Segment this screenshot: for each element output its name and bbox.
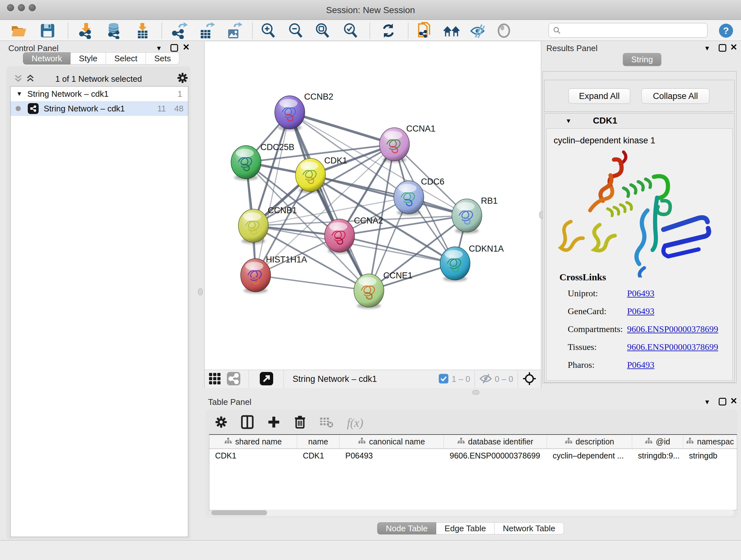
- network-edge-CCNB2-HIST1H1A[interactable]: [256, 112, 290, 275]
- network-options-gear-icon[interactable]: [177, 72, 188, 85]
- collapse-all-button[interactable]: Collapse All: [642, 88, 710, 104]
- table-settings-gear-icon[interactable]: [215, 416, 227, 430]
- crosslink-uniprot-link[interactable]: P06493: [627, 288, 655, 299]
- table-panel-float-icon[interactable]: [719, 398, 726, 406]
- save-session-button[interactable]: [39, 22, 56, 39]
- network-node-label: CCNB2: [304, 92, 333, 102]
- network-edge-CCNB2-CCNA1[interactable]: [290, 112, 394, 144]
- import-network-database-button[interactable]: [105, 22, 123, 39]
- crosslink-tissues-link[interactable]: 9606.ENSP00000378699: [627, 342, 718, 352]
- show-all-button[interactable]: [495, 22, 513, 39]
- title-bar: Session: New Session: [0, 0, 741, 20]
- tab-node-table[interactable]: Node Table: [377, 522, 436, 535]
- fit-selected-crosshair-icon[interactable]: [522, 372, 536, 387]
- control-panel-menu-icon[interactable]: ▼: [156, 45, 162, 52]
- help-button[interactable]: ?: [718, 22, 735, 39]
- crosslink-label: GeneCard:: [568, 306, 627, 316]
- network-node-label: CDKN1A: [469, 244, 504, 253]
- column-header-canonical-name[interactable]: canonical name: [340, 435, 444, 449]
- new-network-from-file-button[interactable]: [415, 22, 433, 39]
- network-node-CDC6[interactable]: CDC6: [394, 177, 445, 215]
- table-type-tabs: Node Table Edge Table Network Table: [377, 522, 564, 535]
- node-table[interactable]: shared name name canonical name database…: [209, 434, 737, 510]
- refresh-button[interactable]: [380, 22, 397, 39]
- network-tree-child-row[interactable]: String Network – cdk1 11 48: [10, 101, 188, 116]
- network-tree-root-row[interactable]: ▼ String Network – cdk1 1: [10, 86, 188, 101]
- birdseye-grid-icon[interactable]: [208, 372, 221, 386]
- zoom-in-button[interactable]: [260, 22, 277, 39]
- network-canvas[interactable]: CCNB2CCNA1CDC25BCDK1CDC6RB1CCNB1CCNA2CDK…: [204, 42, 541, 370]
- zoom-fit-button[interactable]: [314, 22, 331, 39]
- network-node-HIST1H1A[interactable]: HIST1H1A: [241, 255, 307, 294]
- column-header-shared-name[interactable]: shared name: [209, 435, 297, 449]
- column-header-database-identifier[interactable]: database identifier: [444, 435, 547, 449]
- tab-network-table[interactable]: Network Table: [495, 522, 564, 535]
- column-header-namespace[interactable]: namespac: [683, 435, 737, 449]
- results-panel-menu-icon[interactable]: ▼: [704, 45, 711, 52]
- delete-table-icon[interactable]: [320, 416, 333, 429]
- table-horizontal-scrollbar[interactable]: [211, 509, 734, 516]
- control-panel-close-icon[interactable]: ✕: [183, 42, 190, 52]
- export-table-button[interactable]: [198, 22, 215, 39]
- table-panel-menu-icon[interactable]: ▼: [704, 398, 711, 406]
- network-type-icon: [28, 103, 39, 114]
- crosslink-compartments-link[interactable]: 9606.ENSP00000378699: [627, 324, 718, 334]
- protein-collapse-icon[interactable]: ▼: [565, 118, 571, 125]
- search-input[interactable]: [561, 26, 701, 35]
- hidden-eye-slash-icon[interactable]: [479, 374, 492, 385]
- detach-view-icon[interactable]: [260, 372, 273, 387]
- search-field[interactable]: [549, 23, 708, 38]
- results-panel-float-icon[interactable]: [719, 44, 726, 52]
- expand-all-button[interactable]: Expand All: [568, 88, 630, 104]
- crosslink-pharos-link[interactable]: P06493: [627, 360, 655, 370]
- table-row[interactable]: CDK1 CDK1 P06493 9606.ENSP00000378699 cy…: [209, 449, 737, 462]
- network-node-CDK1[interactable]: CDK1: [295, 156, 347, 193]
- shared-column-icon: [686, 437, 694, 446]
- import-network-file-button[interactable]: [77, 22, 94, 39]
- zoom-out-button[interactable]: [287, 22, 305, 39]
- horizontal-splitter-handle[interactable]: [472, 390, 479, 395]
- main-toolbar: ?: [0, 20, 741, 41]
- results-panel-close-icon[interactable]: ✕: [730, 42, 738, 52]
- network-edge-CCNA2-CDKN1A[interactable]: [340, 236, 455, 263]
- function-builder-icon[interactable]: f(x): [347, 416, 363, 430]
- network-node-CDKN1A[interactable]: CDKN1A: [440, 244, 504, 282]
- column-header-description[interactable]: description: [547, 435, 632, 449]
- table-panel-close-icon[interactable]: ✕: [730, 396, 738, 406]
- export-network-button[interactable]: [171, 22, 188, 39]
- delete-column-trash-icon[interactable]: [294, 415, 306, 430]
- left-splitter-handle[interactable]: [198, 288, 203, 295]
- network-node-CCNB2[interactable]: CCNB2: [275, 92, 333, 131]
- network-node-CCNB1[interactable]: CCNB1: [239, 206, 297, 244]
- tab-edge-table[interactable]: Edge Table: [436, 522, 495, 535]
- network-node-RB1[interactable]: RB1: [452, 196, 498, 234]
- results-tab-string[interactable]: String: [623, 53, 661, 66]
- shared-column-icon: [565, 437, 572, 446]
- show-columns-icon[interactable]: [241, 415, 254, 430]
- node-table-header: shared name name canonical name database…: [209, 435, 737, 449]
- network-graph[interactable]: CCNB2CCNA1CDC25BCDK1CDC6RB1CCNB1CCNA2CDK…: [205, 42, 542, 370]
- tab-style[interactable]: Style: [71, 52, 106, 64]
- network-node-CCNE1[interactable]: CCNE1: [354, 271, 413, 309]
- zoom-selected-button[interactable]: [342, 22, 359, 39]
- home-button[interactable]: [443, 22, 460, 39]
- open-session-button[interactable]: [10, 22, 27, 39]
- column-header-id[interactable]: @id: [632, 435, 683, 449]
- create-column-plus-icon[interactable]: [267, 415, 280, 430]
- scrollbar-thumb[interactable]: [211, 510, 267, 515]
- crosslink-genecard-link[interactable]: P06493: [627, 306, 655, 316]
- import-table-button[interactable]: [134, 22, 151, 39]
- column-header-name[interactable]: name: [297, 435, 340, 449]
- crosslink-label: Tissues:: [568, 342, 627, 352]
- export-image-button[interactable]: [225, 22, 243, 39]
- network-edge-HIST1H1A-CCNE1[interactable]: [256, 275, 369, 291]
- tree-expand-icon[interactable]: ▼: [16, 90, 22, 98]
- hide-selected-button[interactable]: [470, 22, 487, 39]
- tab-sets[interactable]: Sets: [146, 52, 179, 64]
- tab-network[interactable]: Network: [23, 52, 71, 64]
- network-share-icon[interactable]: [227, 372, 240, 387]
- tab-select[interactable]: Select: [106, 52, 146, 64]
- selected-checkbox-icon[interactable]: [439, 374, 448, 385]
- search-icon: [553, 26, 561, 35]
- control-panel-float-icon[interactable]: [171, 44, 178, 52]
